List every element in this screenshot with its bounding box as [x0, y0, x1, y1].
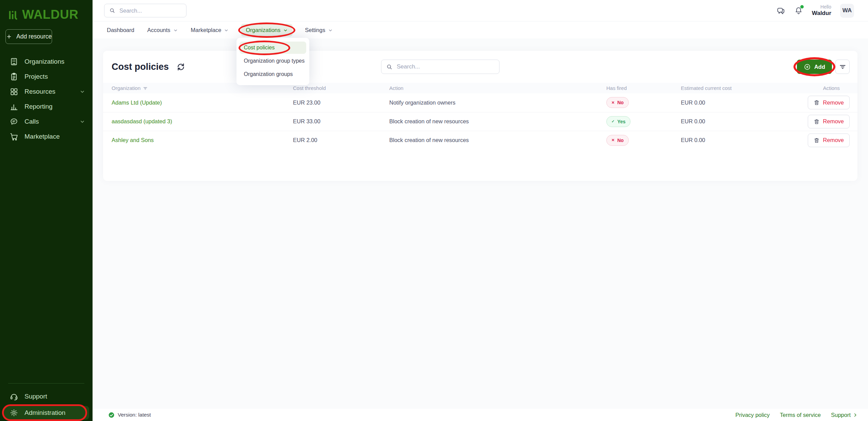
- cost-policies-card: Cost policies: [103, 51, 857, 181]
- estimated-cost-value: EUR 0.00: [677, 131, 793, 150]
- topbar: Hello Waldur WA: [93, 0, 868, 21]
- sidebar-item-marketplace[interactable]: Marketplace: [0, 129, 93, 144]
- version-text: Version: latest: [118, 412, 151, 418]
- add-resource-button[interactable]: Add resource: [5, 29, 52, 44]
- filter-icon: [839, 63, 846, 71]
- has-fired-badge: ✕ No: [606, 135, 629, 146]
- sidebar-divider: [8, 383, 84, 384]
- sidebar-item-support[interactable]: Support: [0, 389, 93, 404]
- grid-icon: [10, 87, 18, 96]
- avatar[interactable]: WA: [840, 4, 854, 18]
- action-value: Block creation of new resources: [386, 131, 603, 150]
- page-title: Cost policies: [112, 62, 169, 72]
- cart-icon: [10, 132, 18, 141]
- organizations-dropdown: Cost policies Organization group types O…: [236, 38, 309, 85]
- header: Hello Waldur WA Dashboard Accounts Marke…: [93, 0, 868, 40]
- sidebar-item-projects[interactable]: Projects: [0, 69, 93, 84]
- column-filter-icon[interactable]: [143, 86, 148, 91]
- version-indicator: Version: latest: [108, 412, 151, 418]
- plus-icon: [6, 33, 12, 40]
- remove-button[interactable]: Remove: [808, 134, 850, 147]
- sidebar-item-reporting[interactable]: Reporting: [0, 99, 93, 114]
- support-link[interactable]: Support: [831, 412, 858, 418]
- chevron-down-icon: [173, 28, 178, 33]
- menu-item-organization-groups[interactable]: Organization groups: [240, 68, 306, 80]
- nav-item-dashboard[interactable]: Dashboard: [106, 24, 135, 36]
- table-search[interactable]: [381, 60, 499, 74]
- cross-icon: ✕: [611, 100, 615, 105]
- column-header-estimated-cost[interactable]: Estimated current cost: [677, 83, 793, 93]
- terms-of-service-link[interactable]: Terms of service: [780, 412, 821, 418]
- gear-icon: [10, 408, 18, 417]
- cost-policies-table: Organization Cost threshold Action Has f…: [103, 83, 857, 150]
- notification-dot: [800, 5, 804, 9]
- trash-icon: [814, 137, 820, 143]
- organization-link[interactable]: aasdasdasd (updated 3): [112, 118, 172, 124]
- waldur-logo-icon: [8, 10, 18, 20]
- chevron-down-icon: [224, 28, 229, 33]
- cost-threshold-value: EUR 23.00: [290, 93, 386, 112]
- check-circle-icon: [108, 412, 115, 418]
- sidebar-footer: Support Administration: [0, 383, 93, 421]
- sidebar-item-organizations[interactable]: Organizations: [0, 54, 93, 69]
- filter-button[interactable]: [835, 60, 850, 74]
- waldur-logo-text: WALDUR: [22, 7, 78, 22]
- table-search-input[interactable]: [397, 63, 494, 70]
- action-value: Block creation of new resources: [386, 112, 603, 131]
- refresh-icon[interactable]: [176, 62, 185, 72]
- sidebar: WALDUR Add resource Organizations: [0, 0, 93, 421]
- search-icon: [109, 7, 115, 14]
- main-nav: Dashboard Accounts Marketplace Organizat…: [93, 21, 868, 39]
- topbar-right: Hello Waldur WA: [776, 4, 854, 18]
- global-search[interactable]: [104, 4, 186, 17]
- building-icon: [10, 57, 18, 66]
- content-area: Cost policies: [93, 40, 868, 409]
- nav-item-settings[interactable]: Settings: [304, 24, 333, 36]
- estimated-cost-value: EUR 0.00: [677, 112, 793, 131]
- add-button[interactable]: Add: [797, 60, 832, 74]
- check-icon: ✓: [611, 119, 615, 124]
- privacy-policy-link[interactable]: Privacy policy: [735, 412, 770, 418]
- nav-item-accounts[interactable]: Accounts: [147, 24, 179, 36]
- remove-button[interactable]: Remove: [808, 115, 850, 128]
- table-header-row: Organization Cost threshold Action Has f…: [103, 83, 857, 93]
- trash-icon: [814, 119, 820, 125]
- nav-item-organizations[interactable]: Organizations Cost policies Organization…: [241, 24, 293, 36]
- footer: Version: latest Privacy policy Terms of …: [93, 409, 868, 421]
- table-row: aasdasdasd (updated 3) EUR 33.00 Block c…: [103, 112, 857, 131]
- sidebar-item-resources[interactable]: Resources: [0, 84, 93, 99]
- footer-links: Privacy policy Terms of service Support: [735, 412, 858, 418]
- menu-item-organization-group-types[interactable]: Organization group types: [240, 55, 306, 67]
- sidebar-menu: Organizations Projects Resources: [0, 54, 93, 144]
- waldur-logo[interactable]: WALDUR: [0, 0, 93, 22]
- menu-item-cost-policies[interactable]: Cost policies: [240, 42, 306, 54]
- global-search-input[interactable]: [119, 7, 181, 14]
- chevron-down-icon: [80, 119, 85, 124]
- search-icon: [386, 64, 393, 70]
- organization-link[interactable]: Adams Ltd (Update): [112, 99, 162, 106]
- plus-circle-icon: [804, 63, 811, 71]
- chevron-down-icon: [328, 28, 333, 33]
- estimated-cost-value: EUR 0.00: [677, 93, 793, 112]
- column-header-has-fired[interactable]: Has fired: [603, 83, 677, 93]
- column-header-action[interactable]: Action: [386, 83, 603, 93]
- table-row: Ashley and Sons EUR 2.00 Block creation …: [103, 131, 857, 150]
- sidebar-item-administration[interactable]: Administration: [3, 406, 89, 420]
- chevron-down-icon: [80, 89, 85, 94]
- user-greeting: Hello Waldur: [812, 4, 831, 17]
- table-row: Adams Ltd (Update) EUR 23.00 Notify orga…: [103, 93, 857, 112]
- trash-icon: [814, 99, 820, 106]
- has-fired-badge: ✓ Yes: [606, 116, 630, 127]
- chat-bubble-icon: [10, 117, 18, 126]
- clipboard-icon: [10, 72, 18, 81]
- remove-button[interactable]: Remove: [808, 96, 850, 109]
- chat-bubbles-icon[interactable]: [776, 6, 785, 15]
- cost-threshold-value: EUR 2.00: [290, 131, 386, 150]
- bell-icon[interactable]: [794, 6, 803, 15]
- has-fired-badge: ✕ No: [606, 97, 629, 108]
- column-header-actions: Actions: [793, 83, 857, 93]
- organization-link[interactable]: Ashley and Sons: [112, 137, 154, 143]
- card-controls: Add: [797, 60, 850, 74]
- nav-item-marketplace[interactable]: Marketplace: [190, 24, 230, 36]
- sidebar-item-calls[interactable]: Calls: [0, 114, 93, 129]
